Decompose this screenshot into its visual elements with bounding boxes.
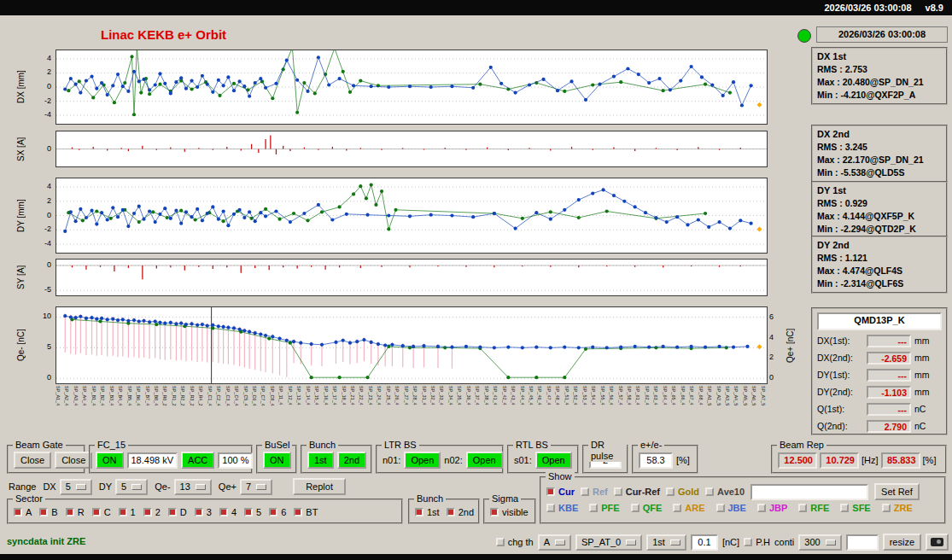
- sector-checkbox[interactable]: C: [92, 507, 111, 517]
- chg-th-checkbox[interactable]: chg th: [496, 537, 534, 547]
- sigma-visible-checkbox[interactable]: visible: [490, 507, 529, 517]
- sector-checkbox-label: 1: [131, 507, 136, 517]
- show-region-checkbox[interactable]: JBE: [716, 503, 746, 513]
- sector-checkbox[interactable]: B: [39, 507, 57, 517]
- set-ref-button[interactable]: Set Ref: [874, 483, 920, 500]
- sector-checkbox[interactable]: 2: [143, 507, 161, 517]
- qmd-label: DX(2nd):: [817, 353, 863, 363]
- range-item: Qe+ 7: [219, 479, 272, 495]
- dy-axis-ticks: 420-2-4: [31, 178, 53, 254]
- fc15-percent-field[interactable]: 100 %: [218, 452, 253, 469]
- bunch-group: Bunch 1st 2nd: [301, 445, 372, 474]
- show-region-checkbox[interactable]: JBP: [757, 503, 787, 513]
- threshold-field[interactable]: 0.1: [691, 534, 718, 551]
- show-region-checkbox[interactable]: ZRE: [882, 503, 913, 513]
- monitor-name-field[interactable]: QMD13P_K: [817, 312, 942, 330]
- range-option-value: 5: [66, 481, 71, 492]
- sector-checkbox[interactable]: R: [66, 507, 85, 517]
- range-option-value: 5: [121, 481, 126, 492]
- fc15-acc-button[interactable]: ACC: [181, 452, 214, 469]
- sector-checkbox-label: BT: [306, 507, 318, 517]
- mode-option-menu[interactable]: A: [538, 534, 571, 551]
- range-option-menu[interactable]: 5: [115, 479, 148, 495]
- replot-button[interactable]: Replot: [293, 478, 346, 495]
- qmd-row: Q(2nd): 2.790 nC: [817, 417, 942, 435]
- range-option-menu[interactable]: 13: [174, 479, 212, 495]
- range-option-menu[interactable]: 5: [60, 479, 92, 495]
- bunch-1st-button[interactable]: 1st: [307, 452, 334, 469]
- ltr-bs-group: LTR BS n01: Open n02: Open: [376, 445, 504, 474]
- range-item-name: Qe-: [155, 481, 170, 492]
- checkbox-indicator-icon: [882, 504, 891, 512]
- blank-field[interactable]: [846, 534, 879, 551]
- ltr-n02-label: n02:: [444, 455, 462, 465]
- bunch-option-menu[interactable]: 1st: [646, 534, 686, 551]
- sector-checkbox[interactable]: BT: [294, 507, 318, 517]
- range-option-menu[interactable]: 7: [240, 479, 272, 495]
- range-item: Qe- 13: [155, 479, 212, 495]
- show-series-checkbox[interactable]: Ref: [581, 487, 608, 497]
- bunch-checkbox[interactable]: 2nd: [447, 507, 474, 517]
- stat-min: Min : -2.314@QLF6S: [817, 277, 942, 290]
- qe-plus-axis-label: Qe+ [nC]: [784, 306, 797, 384]
- ltr-n01-open-button[interactable]: Open: [404, 452, 441, 469]
- sx-chart: SX [A] 0: [0, 131, 807, 167]
- charge-plot-area[interactable]: [55, 306, 768, 384]
- interval-option-menu[interactable]: 300: [798, 534, 841, 551]
- busel-on-button[interactable]: ON: [263, 452, 291, 469]
- stat-title: DY 1st: [817, 185, 942, 195]
- page-title: Linac KEKB e+ Orbit: [101, 27, 226, 42]
- window-bottom-edge: [0, 554, 952, 560]
- show-region-checkbox[interactable]: PFE: [589, 503, 619, 513]
- sector-checkbox-label: C: [104, 507, 111, 517]
- bunch-2nd-button[interactable]: 2nd: [337, 452, 366, 469]
- sector-checkbox[interactable]: A: [14, 507, 32, 517]
- snapshot-button[interactable]: [926, 534, 949, 551]
- show-series-checkbox[interactable]: Cur-Ref: [614, 487, 660, 497]
- sector-checkbox[interactable]: 6: [269, 507, 286, 517]
- resize-button[interactable]: resize: [883, 534, 921, 551]
- show-region-checkbox[interactable]: RFE: [798, 503, 829, 513]
- show-region-checkbox[interactable]: KBE: [546, 503, 578, 513]
- sx-plot-area[interactable]: [55, 131, 768, 167]
- show-region-checkbox[interactable]: QFE: [631, 503, 663, 513]
- dy-axis-label: DY [mm]: [14, 178, 27, 254]
- sector-checkbox-label: B: [51, 507, 57, 517]
- show-region-checkbox[interactable]: SFE: [840, 503, 870, 513]
- dx-plot-area[interactable]: [55, 50, 768, 125]
- bunch-checkbox[interactable]: 1st: [415, 507, 440, 517]
- qmd-row: Q(1st): --- nC: [817, 400, 942, 417]
- sector-checkbox[interactable]: 3: [195, 507, 212, 517]
- beam-gate-close-button-1[interactable]: Close: [14, 452, 51, 469]
- beam-gate-close-button-2[interactable]: Close: [55, 452, 92, 469]
- set-ref-entry[interactable]: [751, 484, 868, 500]
- sy-plot-area[interactable]: [55, 259, 768, 296]
- checkbox-indicator-icon: [631, 504, 640, 512]
- sigma-group: Sigma visible: [483, 499, 536, 524]
- rtl-s01-open-button[interactable]: Open: [535, 452, 572, 469]
- show-series-checkbox[interactable]: Ave10: [705, 487, 745, 497]
- ph-checkbox[interactable]: P.H: [744, 537, 770, 547]
- ltr-n02-open-button[interactable]: Open: [466, 452, 503, 469]
- sector-checkbox[interactable]: D: [168, 507, 187, 517]
- stat-max: Max : 4.474@QLF4S: [817, 265, 942, 277]
- show-region-checkbox[interactable]: ARE: [673, 503, 704, 513]
- fc15-on-button[interactable]: ON: [96, 452, 124, 469]
- sector-checkbox[interactable]: 4: [219, 507, 237, 517]
- checkbox-indicator-icon: [143, 508, 152, 516]
- bunch-checkbox-label: 1st: [427, 507, 440, 517]
- range-items: DX 5 DY 5 Qe-: [43, 479, 272, 495]
- qmd-unit: mm: [914, 353, 930, 363]
- monitor-option-menu[interactable]: SP_AT_0: [575, 534, 642, 551]
- epe-ratio-field[interactable]: 58.3: [639, 452, 673, 469]
- range-label: Range: [9, 481, 36, 492]
- sector-checkbox[interactable]: 1: [119, 507, 136, 517]
- dx-chart: DX [mm] 420-2-4: [0, 50, 807, 125]
- dy-plot-area[interactable]: [55, 178, 768, 254]
- show-series-checkbox[interactable]: Cur: [546, 487, 575, 497]
- stat-rms: RMS : 3.245: [817, 141, 942, 154]
- show-series-checkbox[interactable]: Gold: [666, 487, 699, 497]
- sector-checkbox[interactable]: 5: [244, 507, 261, 517]
- fc15-kv-field[interactable]: 18.498 kV: [127, 452, 178, 469]
- show-region-label: SFE: [852, 503, 870, 513]
